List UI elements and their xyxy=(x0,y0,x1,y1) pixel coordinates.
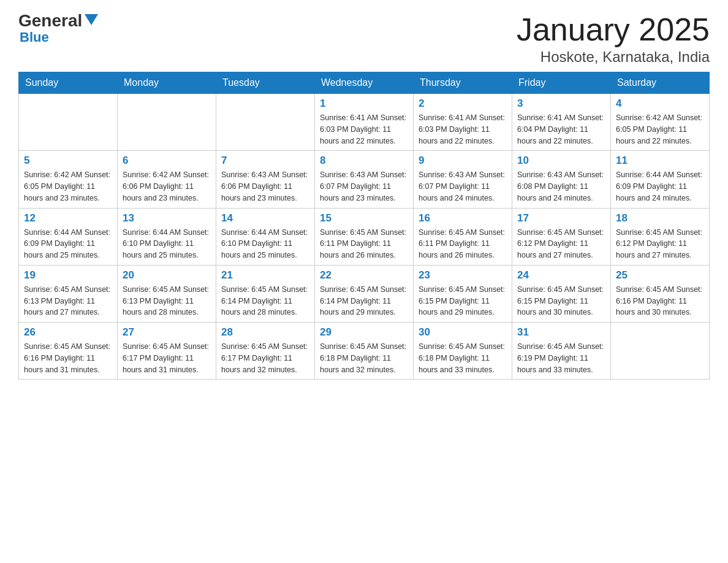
calendar-week-row: 5Sunrise: 6:42 AM Sunset: 6:05 PM Daylig… xyxy=(19,151,710,208)
day-number: 21 xyxy=(221,269,309,282)
logo-triangle-icon xyxy=(85,14,98,25)
day-number: 31 xyxy=(517,326,605,339)
day-info: Sunrise: 6:45 AM Sunset: 6:15 PM Dayligh… xyxy=(517,284,605,318)
day-number: 26 xyxy=(24,326,112,339)
day-number: 28 xyxy=(221,326,309,339)
day-number: 19 xyxy=(24,269,112,282)
day-number: 25 xyxy=(616,269,704,282)
calendar-cell: 15Sunrise: 6:45 AM Sunset: 6:11 PM Dayli… xyxy=(315,208,414,265)
col-header-tuesday: Tuesday xyxy=(216,72,315,94)
calendar-cell xyxy=(216,94,315,151)
col-header-thursday: Thursday xyxy=(414,72,512,94)
calendar-cell: 31Sunrise: 6:45 AM Sunset: 6:19 PM Dayli… xyxy=(512,323,611,380)
col-header-sunday: Sunday xyxy=(19,72,118,94)
day-info: Sunrise: 6:45 AM Sunset: 6:12 PM Dayligh… xyxy=(517,227,605,261)
day-info: Sunrise: 6:43 AM Sunset: 6:07 PM Dayligh… xyxy=(320,169,408,204)
calendar-cell: 18Sunrise: 6:45 AM Sunset: 6:12 PM Dayli… xyxy=(611,208,710,265)
calendar-cell: 23Sunrise: 6:45 AM Sunset: 6:15 PM Dayli… xyxy=(414,265,512,322)
day-info: Sunrise: 6:41 AM Sunset: 6:04 PM Dayligh… xyxy=(517,112,605,147)
calendar-week-row: 26Sunrise: 6:45 AM Sunset: 6:16 PM Dayli… xyxy=(19,323,710,380)
calendar-cell: 19Sunrise: 6:45 AM Sunset: 6:13 PM Dayli… xyxy=(19,265,118,322)
calendar-cell: 4Sunrise: 6:42 AM Sunset: 6:05 PM Daylig… xyxy=(611,94,710,151)
day-info: Sunrise: 6:42 AM Sunset: 6:05 PM Dayligh… xyxy=(24,169,112,204)
day-number: 10 xyxy=(517,155,605,167)
day-info: Sunrise: 6:44 AM Sunset: 6:09 PM Dayligh… xyxy=(616,169,704,204)
day-info: Sunrise: 6:45 AM Sunset: 6:11 PM Dayligh… xyxy=(419,227,507,261)
day-number: 27 xyxy=(123,326,211,339)
calendar-week-row: 12Sunrise: 6:44 AM Sunset: 6:09 PM Dayli… xyxy=(19,208,710,265)
calendar-cell: 30Sunrise: 6:45 AM Sunset: 6:18 PM Dayli… xyxy=(414,323,512,380)
day-info: Sunrise: 6:45 AM Sunset: 6:12 PM Dayligh… xyxy=(616,227,704,261)
col-header-monday: Monday xyxy=(118,72,216,94)
calendar-cell: 8Sunrise: 6:43 AM Sunset: 6:07 PM Daylig… xyxy=(315,151,414,208)
day-info: Sunrise: 6:44 AM Sunset: 6:10 PM Dayligh… xyxy=(221,227,309,261)
title-block: January 2025 Hoskote, Karnataka, India xyxy=(517,12,710,66)
logo-blue-text: Blue xyxy=(20,29,49,45)
day-number: 18 xyxy=(616,212,704,224)
day-number: 15 xyxy=(320,212,408,224)
day-info: Sunrise: 6:44 AM Sunset: 6:09 PM Dayligh… xyxy=(24,227,112,261)
calendar-cell: 11Sunrise: 6:44 AM Sunset: 6:09 PM Dayli… xyxy=(611,151,710,208)
calendar-cell: 14Sunrise: 6:44 AM Sunset: 6:10 PM Dayli… xyxy=(216,208,315,265)
day-number: 9 xyxy=(419,155,507,167)
calendar-cell: 22Sunrise: 6:45 AM Sunset: 6:14 PM Dayli… xyxy=(315,265,414,322)
day-info: Sunrise: 6:41 AM Sunset: 6:03 PM Dayligh… xyxy=(320,112,408,147)
day-info: Sunrise: 6:42 AM Sunset: 6:06 PM Dayligh… xyxy=(123,169,211,204)
svg-marker-0 xyxy=(85,14,98,25)
calendar-cell: 21Sunrise: 6:45 AM Sunset: 6:14 PM Dayli… xyxy=(216,265,315,322)
day-info: Sunrise: 6:45 AM Sunset: 6:13 PM Dayligh… xyxy=(24,284,112,318)
day-info: Sunrise: 6:42 AM Sunset: 6:05 PM Dayligh… xyxy=(616,112,704,147)
calendar-cell: 28Sunrise: 6:45 AM Sunset: 6:17 PM Dayli… xyxy=(216,323,315,380)
day-number: 5 xyxy=(24,155,112,167)
day-number: 8 xyxy=(320,155,408,167)
col-header-wednesday: Wednesday xyxy=(315,72,414,94)
day-info: Sunrise: 6:45 AM Sunset: 6:14 PM Dayligh… xyxy=(320,284,408,318)
calendar-table: SundayMondayTuesdayWednesdayThursdayFrid… xyxy=(18,72,710,380)
day-info: Sunrise: 6:45 AM Sunset: 6:19 PM Dayligh… xyxy=(517,341,605,375)
calendar-cell: 13Sunrise: 6:44 AM Sunset: 6:10 PM Dayli… xyxy=(118,208,216,265)
calendar-cell: 2Sunrise: 6:41 AM Sunset: 6:03 PM Daylig… xyxy=(414,94,512,151)
day-number: 7 xyxy=(221,155,309,167)
day-info: Sunrise: 6:45 AM Sunset: 6:14 PM Dayligh… xyxy=(221,284,309,318)
month-title: January 2025 xyxy=(517,12,710,47)
calendar-cell: 26Sunrise: 6:45 AM Sunset: 6:16 PM Dayli… xyxy=(19,323,118,380)
calendar-cell: 16Sunrise: 6:45 AM Sunset: 6:11 PM Dayli… xyxy=(414,208,512,265)
calendar-cell: 7Sunrise: 6:43 AM Sunset: 6:06 PM Daylig… xyxy=(216,151,315,208)
col-header-friday: Friday xyxy=(512,72,611,94)
day-number: 16 xyxy=(419,212,507,224)
calendar-cell: 9Sunrise: 6:43 AM Sunset: 6:07 PM Daylig… xyxy=(414,151,512,208)
calendar-cell: 1Sunrise: 6:41 AM Sunset: 6:03 PM Daylig… xyxy=(315,94,414,151)
day-number: 17 xyxy=(517,212,605,224)
day-number: 22 xyxy=(320,269,408,282)
day-info: Sunrise: 6:43 AM Sunset: 6:07 PM Dayligh… xyxy=(419,169,507,204)
calendar-cell xyxy=(611,323,710,380)
day-number: 6 xyxy=(123,155,211,167)
day-number: 14 xyxy=(221,212,309,224)
calendar-header-row: SundayMondayTuesdayWednesdayThursdayFrid… xyxy=(19,72,710,94)
day-number: 23 xyxy=(419,269,507,282)
day-number: 1 xyxy=(320,98,408,110)
calendar-week-row: 19Sunrise: 6:45 AM Sunset: 6:13 PM Dayli… xyxy=(19,265,710,322)
calendar-cell: 12Sunrise: 6:44 AM Sunset: 6:09 PM Dayli… xyxy=(19,208,118,265)
day-info: Sunrise: 6:45 AM Sunset: 6:16 PM Dayligh… xyxy=(24,341,112,375)
day-number: 11 xyxy=(616,155,704,167)
calendar-week-row: 1Sunrise: 6:41 AM Sunset: 6:03 PM Daylig… xyxy=(19,94,710,151)
day-number: 2 xyxy=(419,98,507,110)
calendar-cell: 27Sunrise: 6:45 AM Sunset: 6:17 PM Dayli… xyxy=(118,323,216,380)
day-info: Sunrise: 6:45 AM Sunset: 6:13 PM Dayligh… xyxy=(123,284,211,318)
page-header: General Blue January 2025 Hoskote, Karna… xyxy=(18,12,710,66)
location-title: Hoskote, Karnataka, India xyxy=(517,48,710,66)
calendar-cell: 3Sunrise: 6:41 AM Sunset: 6:04 PM Daylig… xyxy=(512,94,611,151)
calendar-cell: 17Sunrise: 6:45 AM Sunset: 6:12 PM Dayli… xyxy=(512,208,611,265)
calendar-cell: 25Sunrise: 6:45 AM Sunset: 6:16 PM Dayli… xyxy=(611,265,710,322)
calendar-cell xyxy=(19,94,118,151)
day-number: 13 xyxy=(123,212,211,224)
day-info: Sunrise: 6:41 AM Sunset: 6:03 PM Dayligh… xyxy=(419,112,507,147)
day-number: 4 xyxy=(616,98,704,110)
calendar-cell: 10Sunrise: 6:43 AM Sunset: 6:08 PM Dayli… xyxy=(512,151,611,208)
calendar-cell xyxy=(118,94,216,151)
day-info: Sunrise: 6:44 AM Sunset: 6:10 PM Dayligh… xyxy=(123,227,211,261)
day-number: 24 xyxy=(517,269,605,282)
calendar-cell: 20Sunrise: 6:45 AM Sunset: 6:13 PM Dayli… xyxy=(118,265,216,322)
day-number: 12 xyxy=(24,212,112,224)
